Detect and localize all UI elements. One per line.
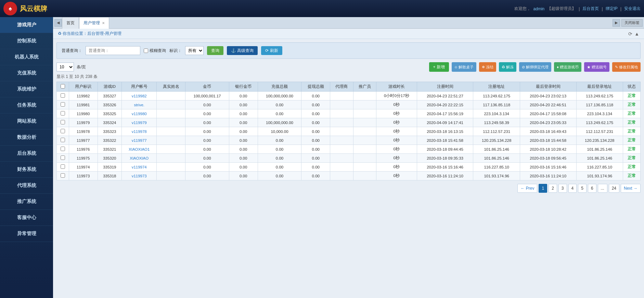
row-select-checkbox[interactable] [61, 147, 65, 151]
account-link[interactable]: v119982 [132, 94, 147, 98]
row-promoter [353, 172, 376, 180]
row-select-checkbox[interactable] [61, 155, 65, 160]
sidebar-item-task-system[interactable]: 任务系统 [0, 97, 53, 113]
row-select-checkbox[interactable] [61, 111, 65, 116]
per-page-unit: 条/页 [77, 64, 86, 70]
page-btn-24[interactable]: 24 [609, 184, 619, 193]
row-account[interactable]: v119980 [122, 109, 157, 118]
page-btn-1[interactable]: 1 [539, 184, 547, 193]
account-link[interactable]: v119980 [132, 112, 147, 116]
row-last-login-time: 2020-04-20 22:46:51 [520, 100, 576, 109]
sidebar-item-system-maintenance[interactable]: 系统维护 [0, 81, 53, 97]
row-select-checkbox[interactable] [61, 138, 65, 142]
admin-link[interactable]: admin [533, 6, 545, 11]
page-btn-2[interactable]: 2 [549, 184, 557, 193]
row-account[interactable]: v119982 [122, 92, 157, 100]
page-btn-6[interactable]: 6 [588, 184, 596, 193]
row-game-id: 335324 [98, 118, 122, 127]
advanced-search-button[interactable]: ⚓ 高级查询 [227, 46, 258, 55]
row-user-id: 119981 [69, 100, 98, 109]
row-account[interactable]: v119974 [122, 163, 157, 172]
row-reg-addr: 101.86.25.146 [473, 154, 520, 163]
refresh-icon[interactable]: ⟳ [628, 31, 632, 37]
account-link[interactable]: v119973 [132, 174, 147, 178]
sidebar-item-game-user[interactable]: 游戏用户 [0, 17, 53, 33]
row-last-login-time: 2020-04-23 23:02:13 [520, 92, 576, 100]
send-number-button[interactable]: ★ 赠送靓号 [584, 62, 609, 72]
row-select-checkbox[interactable] [61, 129, 65, 133]
prev-page-button[interactable]: ← Prev [517, 184, 537, 193]
page-btn-5[interactable]: 5 [578, 184, 587, 193]
account-link[interactable]: v119977 [132, 138, 147, 143]
sidebar-item-promotion-system[interactable]: 推广系统 [0, 194, 53, 210]
row-play-time: 0秒 [376, 127, 417, 136]
account-link[interactable]: XIAOXIAO [130, 156, 149, 160]
page-btn-3[interactable]: 3 [558, 184, 567, 193]
sidebar-item-finance-system[interactable]: 财务系统 [0, 162, 53, 178]
unfreeze-button[interactable]: ♻ 解冻 [499, 62, 516, 72]
account-link[interactable]: v119974 [132, 165, 147, 169]
modify-location-button[interactable]: ✎ 修改归属地 [612, 62, 641, 72]
bind-ip-link[interactable]: 绑定IP [606, 6, 618, 12]
row-account[interactable]: v119978 [122, 127, 157, 136]
close-tab-button[interactable]: 关闭标签 [621, 19, 643, 27]
sidebar-item-robot-system[interactable]: 机器人系统 [0, 49, 53, 65]
add-button[interactable]: + 新增 [429, 62, 449, 72]
row-real-name [157, 136, 185, 145]
page-btn-4[interactable]: 4 [568, 184, 577, 193]
tab-home[interactable]: 首页 [62, 17, 79, 29]
tag-select[interactable]: 所有 正常 冻结 禁用 [185, 46, 204, 55]
backend-home-link[interactable]: 后台首页 [582, 6, 599, 12]
account-link[interactable]: XIAOXIAO1 [129, 147, 150, 151]
next-page-button[interactable]: Next → [621, 184, 641, 193]
sidebar-item-customer-service[interactable]: 客服中心 [0, 210, 53, 226]
sidebar-item-website-system[interactable]: 网站系统 [0, 113, 53, 130]
row-select-checkbox[interactable] [61, 93, 65, 98]
logo-area: ♠ 风云棋牌 [3, 2, 47, 15]
row-select-checkbox[interactable] [61, 164, 65, 169]
status-badge: 正常 [628, 111, 636, 116]
row-agent [330, 92, 353, 100]
sidebar-item-recharge-system[interactable]: 充值系统 [0, 65, 53, 81]
select-all-checkbox[interactable] [61, 84, 65, 89]
tab-prev-btn[interactable]: ◀ [54, 19, 62, 27]
row-play-time: 0小时0分17秒 [376, 92, 417, 100]
account-link[interactable]: v119979 [132, 121, 147, 125]
row-account[interactable]: XIAOXIAO [122, 154, 157, 163]
row-bank-coins: 0.00 [229, 100, 258, 109]
sidebar-item-backend-system[interactable]: 后台系统 [0, 146, 53, 162]
freeze-button[interactable]: ❄ 冻结 [479, 62, 496, 72]
row-status: 正常 [623, 92, 641, 100]
sidebar-item-exception-management[interactable]: 异常管理 [0, 226, 53, 242]
search-button[interactable]: 查询 [207, 46, 223, 55]
dissolve-table-button[interactable]: ⊙ 解散桌子 [452, 62, 476, 72]
tab-close-icon[interactable]: ✕ [102, 21, 105, 25]
sidebar-item-data-analysis[interactable]: 数据分析 [0, 130, 53, 146]
tab-active-label: 用户管理 [83, 20, 100, 26]
account-link[interactable]: v119978 [132, 130, 147, 134]
row-account[interactable]: v119979 [122, 118, 157, 127]
search-input[interactable] [86, 46, 140, 55]
row-select-checkbox[interactable] [61, 173, 65, 178]
refresh-button[interactable]: ⟳ 刷新 [261, 46, 282, 55]
tab-user-management[interactable]: 用户管理 ✕ [79, 17, 109, 29]
welcome-text: 欢迎您， [514, 6, 531, 12]
row-select-checkbox[interactable] [61, 102, 65, 107]
fuzzy-query-checkbox[interactable] [144, 49, 148, 53]
row-bank-coins: 0.00 [229, 172, 258, 180]
row-account[interactable]: strive. [122, 100, 157, 109]
row-bank-coins: 0.00 [229, 136, 258, 145]
row-account[interactable]: v119977 [122, 136, 157, 145]
logout-link[interactable]: 安全退出 [624, 6, 641, 12]
sidebar-item-control-system[interactable]: 控制系统 [0, 33, 53, 49]
sidebar-item-agent-system[interactable]: 代理系统 [0, 178, 53, 194]
account-link[interactable]: strive. [134, 103, 144, 107]
row-account[interactable]: XIAOXIAO1 [122, 145, 157, 154]
expand-icon[interactable]: ▲ [634, 31, 639, 37]
tab-next-btn[interactable]: ▶ [613, 19, 620, 27]
send-coins-button[interactable]: ♦ 赠送游戏币 [554, 62, 581, 72]
per-page-select[interactable]: 10 20 50 100 [56, 63, 74, 71]
row-select-checkbox[interactable] [61, 120, 65, 124]
row-account[interactable]: v119973 [122, 172, 157, 180]
unbind-agent-button[interactable]: ⊘ 解绑绑定代理 [519, 62, 551, 72]
